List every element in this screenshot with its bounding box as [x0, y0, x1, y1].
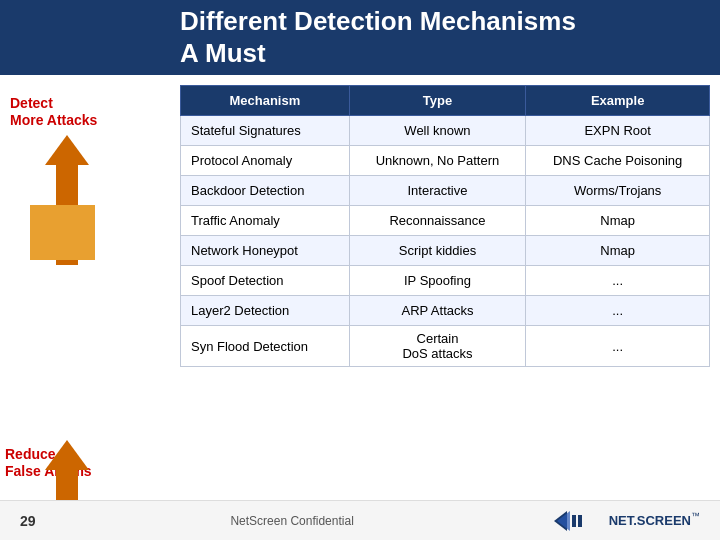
page-title: Different Detection Mechanisms A Must	[180, 6, 576, 68]
table-row: Network Honeypot Script kiddies Nmap	[181, 236, 710, 266]
left-sidebar: DetectMore Attacks ReduceFalse Alarms	[0, 75, 175, 540]
svg-rect-15	[572, 515, 576, 527]
example-cell: ...	[526, 296, 710, 326]
mechanism-cell: Syn Flood Detection	[181, 326, 350, 367]
detect-label: DetectMore Attacks	[10, 95, 97, 129]
type-cell: IP Spoofing	[349, 266, 526, 296]
title-line1: Different Detection Mechanisms	[180, 6, 576, 36]
type-cell: Well known	[349, 116, 526, 146]
header-bar: Different Detection Mechanisms A Must	[0, 0, 720, 75]
page-number: 29	[20, 513, 36, 529]
example-cell: Worms/Trojans	[526, 176, 710, 206]
svg-rect-16	[578, 515, 582, 527]
table-row: Syn Flood Detection Certain DoS attacks …	[181, 326, 710, 367]
company-logo: NET.SCREEN™	[549, 507, 700, 535]
example-cell: Nmap	[526, 206, 710, 236]
table-row: Spoof Detection IP Spoofing ...	[181, 266, 710, 296]
main-content: DetectMore Attacks ReduceFalse Alarms Me…	[0, 75, 720, 540]
table-row: Backdoor Detection Interactive Worms/Tro…	[181, 176, 710, 206]
mechanism-cell: Backdoor Detection	[181, 176, 350, 206]
type-cell: Reconnaissance	[349, 206, 526, 236]
confidential-text: NetScreen Confidential	[230, 514, 353, 528]
mechanism-cell: Spoof Detection	[181, 266, 350, 296]
table-row: Layer2 Detection ARP Attacks ...	[181, 296, 710, 326]
orange-block	[30, 205, 95, 260]
example-cell: ...	[526, 326, 710, 367]
table-header-row: Mechanism Type Example	[181, 86, 710, 116]
type-cell: ARP Attacks	[349, 296, 526, 326]
example-cell: EXPN Root	[526, 116, 710, 146]
col-mechanism: Mechanism	[181, 86, 350, 116]
type-cell: Script kiddies	[349, 236, 526, 266]
logo-text: NET.SCREEN™	[609, 511, 700, 529]
col-example: Example	[526, 86, 710, 116]
footer: 29 NetScreen Confidential NET.SCREEN™	[0, 500, 720, 540]
table-area: Mechanism Type Example Stateful Signatur…	[175, 75, 720, 540]
type-cell: Unknown, No Pattern	[349, 146, 526, 176]
mechanism-cell: Network Honeypot	[181, 236, 350, 266]
example-cell: ...	[526, 266, 710, 296]
mechanism-cell: Protocol Anomaly	[181, 146, 350, 176]
example-cell: DNS Cache Poisoning	[526, 146, 710, 176]
logo-icon	[549, 507, 604, 535]
example-cell: Nmap	[526, 236, 710, 266]
title-line2: A Must	[180, 38, 266, 68]
table-row: Stateful Signatures Well known EXPN Root	[181, 116, 710, 146]
col-type: Type	[349, 86, 526, 116]
mechanism-cell: Stateful Signatures	[181, 116, 350, 146]
table-row: Traffic Anomaly Reconnaissance Nmap	[181, 206, 710, 236]
type-cell: Interactive	[349, 176, 526, 206]
type-cell: Certain DoS attacks	[349, 326, 526, 367]
table-row: Protocol Anomaly Unknown, No Pattern DNS…	[181, 146, 710, 176]
mechanism-cell: Traffic Anomaly	[181, 206, 350, 236]
mechanism-cell: Layer2 Detection	[181, 296, 350, 326]
detection-table: Mechanism Type Example Stateful Signatur…	[180, 85, 710, 367]
